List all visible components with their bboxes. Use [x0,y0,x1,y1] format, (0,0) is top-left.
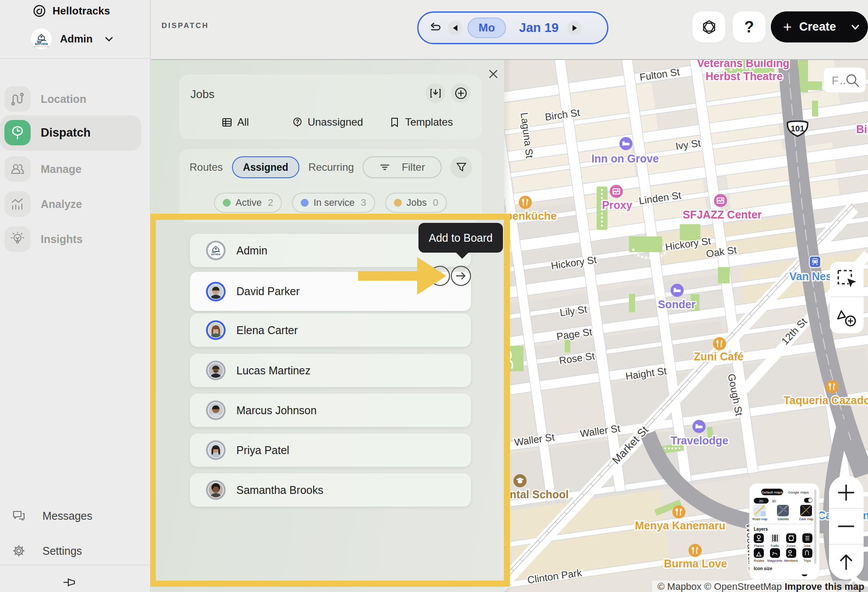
svg-text:Bil: Bil [856,123,868,135]
svg-text:openküche: openküche [504,210,557,222]
svg-text:Routes: Routes [754,559,764,563]
svg-text:101: 101 [791,124,805,133]
svg-text:2D: 2D [759,499,763,503]
svg-text:PROPERTY SOLUTIONS: PROPERTY SOLUTIONS [34,46,49,48]
svg-text:Members: Members [784,559,798,563]
svg-text:Van Nes: Van Nes [789,270,832,282]
svg-text:Satellite: Satellite [777,517,789,521]
svg-text:BAYVIEW: BAYVIEW [35,42,49,46]
svg-text:Travelodge: Travelodge [671,434,728,447]
svg-text:Herbst Theatre: Herbst Theatre [706,70,783,82]
svg-text:F: F [832,74,839,87]
svg-text:Sonder: Sonder [658,298,696,310]
svg-text:Trips: Trips [804,559,811,563]
svg-text:Dark map: Dark map [799,517,814,521]
svg-text:Icon size: Icon size [754,566,773,571]
svg-text:Road map: Road map [752,517,768,521]
svg-text:Default maps: Default maps [762,490,782,494]
svg-text:3D: 3D [772,499,776,503]
svg-text:Burma Love: Burma Love [664,557,727,570]
svg-text:Inn on Grove: Inn on Grove [591,152,659,165]
svg-text:Proxy: Proxy [602,199,633,211]
svg-text:Waypoints: Waypoints [767,559,783,563]
svg-text:Traffic: Traffic [770,544,780,548]
svg-text:Veterans Building: Veterans Building [697,60,789,69]
svg-text:Layers: Layers [754,527,768,532]
svg-text:Taqueria Cazadore: Taqueria Cazadore [784,394,868,406]
svg-text:?: ? [296,119,299,125]
svg-text:Places: Places [754,544,764,548]
svg-text:Zuni Café: Zuni Café [694,350,744,363]
svg-text:ental School: ental School [504,488,569,500]
svg-text:Google maps: Google maps [788,490,809,494]
svg-text:Menya Kanemaru: Menya Kanemaru [635,519,725,532]
svg-text:Jobs: Jobs [804,544,811,548]
svg-text:© Mapbox © OpenStreetMap Impro: © Mapbox © OpenStreetMap Improve this ma… [657,581,864,592]
svg-text:Zones: Zones [787,544,796,548]
svg-text:SFJAZZ Center: SFJAZZ Center [683,208,762,221]
